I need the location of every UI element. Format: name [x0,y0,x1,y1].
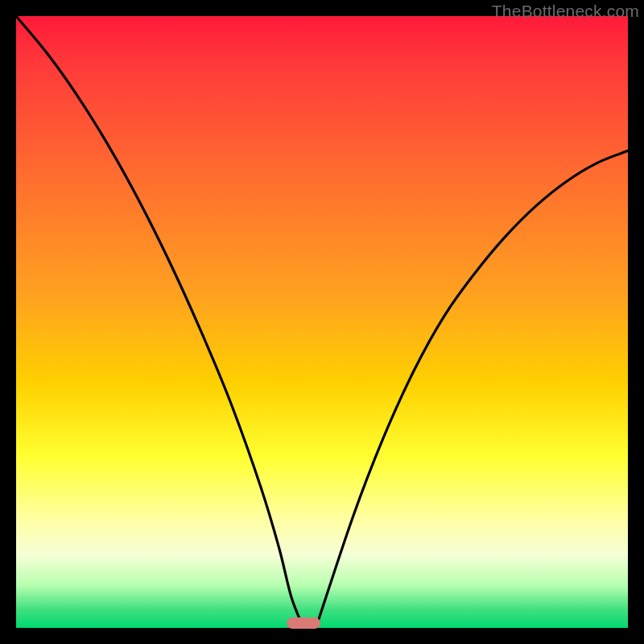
watermark-text: TheBottleneck.com [492,2,639,21]
curves-layer [16,16,628,628]
right-curve [316,151,628,628]
bottleneck-marker [287,617,320,629]
chart-frame [16,16,628,628]
left-curve [16,16,303,628]
